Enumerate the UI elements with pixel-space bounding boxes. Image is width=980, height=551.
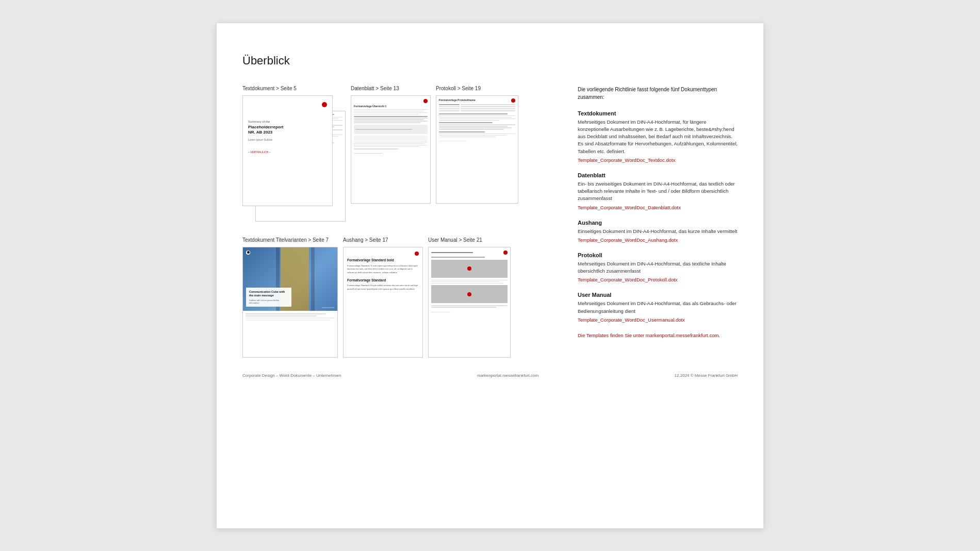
desc-datenblatt: Datenblatt Ein- bis zweiseitiges Dokumen…: [578, 172, 738, 210]
cover-logo-area: [248, 102, 327, 107]
protokoll-preview-title: Formatvorlage Protokollname: [439, 98, 476, 102]
aushang-preview-title: Formatvorlage Standard bold: [347, 258, 419, 262]
intro-text: Die vorliegende Richtlinie fasst folgend…: [578, 86, 738, 101]
desc-datenblatt-title: Datenblatt: [578, 172, 738, 178]
textdokument-label: Textdokument > Seite 5: [242, 86, 297, 91]
desc-datenblatt-link[interactable]: Template_Corporate_WordDoc_Datenblatt.do…: [578, 205, 738, 210]
cover-vertraulich: – VERTRAULICH –: [248, 151, 327, 154]
desc-textdokument: Textdokument Mehrseitiges Dokument im DI…: [578, 110, 738, 163]
um-dot-2: [467, 292, 471, 296]
um-subtitle-line: [431, 257, 485, 258]
titelvarianten-logo: [246, 251, 250, 255]
proto-row-4: [439, 110, 515, 111]
main-page: Überblick Textdokument > Seite 5: [217, 23, 763, 528]
page-title: Überblick: [242, 54, 738, 68]
datenblatt-table-row1: [354, 125, 428, 134]
desc-aushang-text: Einseitiges Dokument im DIN-A4-Hochforma…: [578, 228, 738, 235]
desc-protokoll-title: Protokoll: [578, 252, 738, 258]
protokoll-footer: ________________________: [439, 139, 515, 141]
footer-right: 12.2024 © Messe Frankfurt GmbH: [675, 373, 738, 378]
proto-row-3: [439, 108, 515, 109]
content-area: Textdokument > Seite 5: [242, 83, 738, 358]
titelvarianten-card: Communication Cube with the main message…: [242, 247, 338, 358]
um-dot-1: [467, 266, 471, 271]
cover-headline: PlaceholderreportNR. AB 2023: [248, 125, 327, 136]
textdokument-cover-content: Summary of the PlaceholderreportNR. AB 2…: [243, 96, 332, 206]
aushang-body-text2: Formatvorlage Standard, Erupitr aditbu s…: [347, 284, 419, 291]
aushang-subhead: Formatvorlage Standard: [347, 278, 419, 282]
desc-usermanual-title: User Manual: [578, 292, 738, 298]
bottom-thumbnail-row: Textdokument Titelvarianten > Seite 7 Co…: [242, 235, 562, 358]
desc-textdokument-text: Mehrseitiges Dokument im DIN-A4-Hochform…: [578, 119, 738, 155]
datenblatt-label: Datenblatt > Seite 13: [351, 86, 399, 91]
footer-left: Corporate Design – Word-Dokumente – Unte…: [242, 373, 341, 378]
desc-usermanual-text: Mehrseitiges Dokument im DIN-A4-Hochform…: [578, 300, 738, 315]
datenblatt-preview-title: Formatvorlage Übersicht 1: [354, 105, 428, 108]
desc-aushang: Aushang Einseitiges Dokument im DIN-A4-H…: [578, 220, 738, 243]
top-thumbnail-row: Textdokument > Seite 5: [242, 83, 562, 224]
aushang-logo: [415, 252, 419, 256]
um-image-2: [431, 285, 508, 303]
titelvarianten-section: Textdokument Titelvarianten > Seite 7 Co…: [242, 235, 338, 358]
desc-textdokument-title: Textdokument: [578, 110, 738, 116]
usermanual-label: User Manual > Seite 21: [428, 237, 482, 243]
thumbnails-column: Textdokument > Seite 5: [242, 83, 562, 358]
aushang-label: Aushang > Seite 17: [343, 237, 388, 243]
textdokument-card: Summary of the PlaceholderreportNR. AB 2…: [242, 95, 346, 224]
footer-center: markenportal.messefrankfurt.com: [477, 373, 538, 378]
desc-protokoll-link[interactable]: Template_Corporate_WordDoc_Protokoll.dot…: [578, 277, 738, 282]
aushang-section: Aushang > Seite 17 Formatvorlage Standar…: [343, 235, 423, 358]
protokoll-logo: [511, 98, 515, 103]
desc-aushang-link[interactable]: Template_Corporate_WordDoc_Aushang.dotx: [578, 237, 738, 243]
textdokument-section: Textdokument > Seite 5: [242, 83, 346, 224]
desc-protokoll-text: Mehrseitiges Dokument im DIN-A4-Hochform…: [578, 260, 738, 275]
usermanual-card: ___________________: [428, 247, 511, 358]
cover-text-box: Communication Cube with the main message…: [246, 288, 291, 307]
um-footer: ___________________: [431, 310, 508, 312]
protokoll-label: Protokoll > Seite 19: [436, 86, 481, 91]
um-image-1: [431, 260, 508, 278]
descriptions-column: Die vorliegende Richtlinie fasst folgend…: [562, 83, 738, 358]
protokoll-card: Formatvorlage Protokollname: [436, 95, 518, 204]
datenblatt-footer-line: _________________________: [354, 151, 428, 154]
cover-main-text: Summary of the PlaceholderreportNR. AB 2…: [248, 120, 327, 154]
aushang-body-text: Formatvorlage Standard, Ti vnet reped qu…: [347, 264, 419, 275]
cover-subline: Lorem Ipsum Subline: [248, 138, 327, 141]
portal-text: Die Templates finden Sie unter markenpor…: [578, 332, 738, 339]
desc-protokoll: Protokoll Mehrseitiges Dokument im DIN-A…: [578, 252, 738, 283]
desc-aushang-title: Aushang: [578, 220, 738, 226]
proto-row-2: [439, 106, 515, 107]
aushang-preview: Formatvorlage Standard bold Formatvorlag…: [344, 247, 422, 295]
photo-cover: Communication Cube with the main message…: [243, 247, 337, 311]
cover-box-headline: Communication Cube with the main message: [249, 290, 288, 297]
um-logo: [503, 251, 508, 255]
desc-usermanual: User Manual Mehrseitiges Dokument im DIN…: [578, 292, 738, 323]
cover-box-subline: Subline with Lorem ipsum further informa…: [249, 299, 288, 304]
um-title-line: [431, 252, 473, 253]
usermanual-preview: ___________________: [429, 247, 510, 315]
protokoll-section: Protokoll > Seite 19 Formatvorlage Proto…: [436, 83, 518, 224]
usermanual-section: User Manual > Seite 21: [428, 235, 511, 358]
datenblatt-section: Datenblatt > Seite 13 Formatvorlage Über…: [351, 83, 431, 224]
cover-summary-label: Summary of the: [248, 120, 327, 123]
footer: Corporate Design – Word-Dokumente – Unte…: [242, 373, 738, 378]
photo-bottom-area: [243, 311, 337, 357]
textdokument-front-page: Summary of the PlaceholderreportNR. AB 2…: [242, 95, 333, 206]
titelvarianten-label: Textdokument Titelvarianten > Seite 7: [242, 237, 329, 243]
cover-logo-dot: [322, 102, 327, 107]
datenblatt-card: Formatvorlage Übersicht 1: [351, 95, 431, 204]
desc-datenblatt-text: Ein- bis zweiseitiges Dokument im DIN-A4…: [578, 180, 738, 203]
datenblatt-logo: [423, 99, 428, 103]
datenblatt-table-row2: [354, 136, 428, 141]
protokoll-preview: Formatvorlage Protokollname: [436, 96, 518, 144]
datenblatt-preview: Formatvorlage Übersicht 1: [351, 96, 430, 157]
building-col2: [311, 247, 315, 311]
desc-textdokument-link[interactable]: Template_Corporate_WordDoc_Textdoc.dotx: [578, 157, 738, 163]
aushang-card: Formatvorlage Standard bold Formatvorlag…: [343, 247, 423, 358]
right-col-inner: Die vorliegende Richtlinie fasst folgend…: [578, 83, 738, 340]
desc-usermanual-link[interactable]: Template_Corporate_WordDoc_Usermanual.do…: [578, 317, 738, 323]
proto-row-1: [439, 104, 515, 105]
photo-footer: messe frankfurt: [322, 307, 334, 309]
